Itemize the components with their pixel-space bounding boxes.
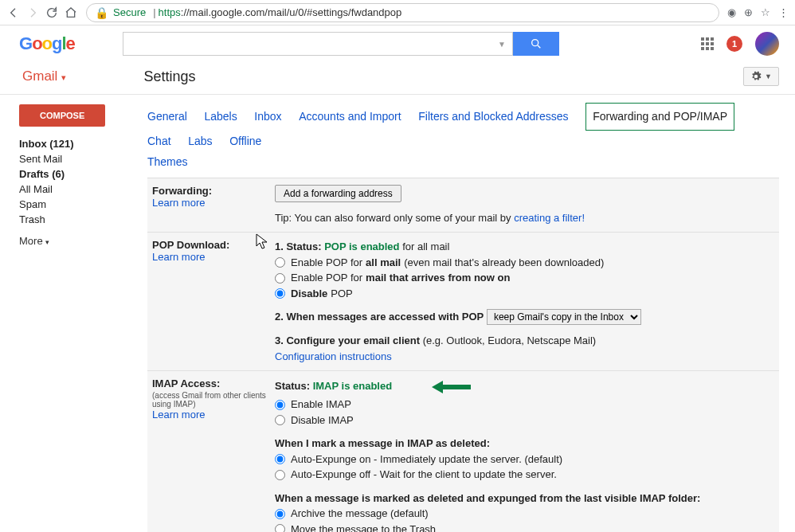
search-dropdown-icon[interactable]: ▼ <box>498 40 506 49</box>
home-icon[interactable] <box>64 6 78 20</box>
add-forwarding-button[interactable]: Add a forwarding address <box>275 185 401 202</box>
row-pop: POP Download: Learn more 1. Status: POP … <box>147 233 779 371</box>
pop-disable-radio[interactable] <box>275 288 285 299</box>
pop-learn-link[interactable]: Learn more <box>152 251 270 263</box>
svg-point-0 <box>532 40 538 46</box>
tab-chat[interactable]: Chat <box>147 131 171 152</box>
page-title: Settings <box>143 68 195 85</box>
sidebar-item-drafts[interactable]: Drafts (6) <box>19 166 131 182</box>
forwarding-label: Forwarding: <box>152 185 212 197</box>
url-scheme: https <box>159 6 181 18</box>
pop-config-link[interactable]: Configuration instructions <box>275 350 392 362</box>
forwarding-learn-link[interactable]: Learn more <box>152 197 270 209</box>
sidebar-item-inbox[interactable]: Inbox (121) <box>19 136 131 151</box>
notifications-badge[interactable]: 1 <box>726 36 742 52</box>
pop-label: POP Download: <box>152 239 229 251</box>
tab-inbox[interactable]: Inbox <box>254 106 281 127</box>
settings-tabs: General Labels Inbox Accounts and Import… <box>147 103 779 178</box>
imap-sublabel: (access Gmail from other clients using I… <box>152 391 270 409</box>
address-bar[interactable]: 🔒 Secure | https://mail.google.com/mail/… <box>86 3 719 22</box>
tab-offline[interactable]: Offline <box>229 131 261 152</box>
tab-general[interactable]: General <box>147 106 187 127</box>
lock-icon: 🔒 <box>95 6 108 19</box>
sidebar-item-allmail[interactable]: All Mail <box>19 182 131 197</box>
gear-button[interactable]: ▼ <box>743 67 779 86</box>
pop-access-select[interactable]: keep Gmail's copy in the Inbox <box>487 309 641 325</box>
star-icon[interactable]: ☆ <box>761 6 770 18</box>
tab-labels[interactable]: Labels <box>204 106 237 127</box>
zoom-icon[interactable]: ⊕ <box>744 6 753 18</box>
settings-content: General Labels Inbox Accounts and Import… <box>131 95 795 532</box>
sidebar-item-spam[interactable]: Spam <box>19 197 131 212</box>
sidebar-item-trash[interactable]: Trash <box>19 212 131 227</box>
highlight-arrow-icon <box>427 377 475 397</box>
app-header: Google ▼ 1 <box>0 25 795 62</box>
reload-icon[interactable] <box>45 6 59 20</box>
imap-label: IMAP Access: <box>152 377 220 389</box>
trash-radio[interactable] <box>275 524 285 532</box>
imap-status: IMAP is enabled <box>313 381 392 393</box>
browser-toolbar: 🔒 Secure | https://mail.google.com/mail/… <box>0 0 795 25</box>
row-forwarding: Forwarding: Learn more Add a forwarding … <box>147 178 779 233</box>
forwarding-tip: Tip: You can also forward only some of y… <box>275 212 514 224</box>
back-icon[interactable] <box>6 6 21 20</box>
pop-all-radio[interactable] <box>275 257 285 268</box>
imap-enable-radio[interactable] <box>275 400 285 410</box>
folder-list: Inbox (121) Sent Mail Drafts (6) All Mai… <box>19 136 131 227</box>
avatar[interactable] <box>755 32 779 56</box>
search-button[interactable] <box>513 32 559 56</box>
subheader: Gmail ▾ Settings ▼ <box>0 62 795 95</box>
expunge-on-radio[interactable] <box>275 454 285 464</box>
imap-learn-link[interactable]: Learn more <box>152 409 270 421</box>
sidebar: COMPOSE Inbox (121) Sent Mail Drafts (6)… <box>0 95 131 532</box>
eye-icon[interactable]: ◉ <box>727 6 736 18</box>
tab-themes[interactable]: Themes <box>147 151 188 173</box>
tab-forwarding[interactable]: Forwarding and POP/IMAP <box>585 103 734 131</box>
menu-dots-icon[interactable]: ⋮ <box>778 6 789 18</box>
google-logo[interactable]: Google <box>19 33 75 54</box>
gmail-dropdown[interactable]: Gmail ▾ <box>22 68 66 84</box>
row-imap: IMAP Access: (access Gmail from other cl… <box>147 371 779 532</box>
sidebar-more[interactable]: More ▾ <box>19 235 131 247</box>
url-path: ://mail.google.com/mail/u/0/#settings/fw… <box>181 6 402 18</box>
tab-filters[interactable]: Filters and Blocked Addresses <box>418 106 568 127</box>
forward-icon[interactable] <box>25 6 40 20</box>
imap-disable-radio[interactable] <box>275 415 285 425</box>
gear-icon <box>750 71 762 82</box>
sidebar-item-sent[interactable]: Sent Mail <box>19 151 131 166</box>
archive-radio[interactable] <box>275 509 285 519</box>
caret-down-icon: ▾ <box>45 238 49 246</box>
tab-accounts[interactable]: Accounts and Import <box>299 106 401 127</box>
apps-icon[interactable] <box>701 37 714 50</box>
expunge-off-radio[interactable] <box>275 470 285 480</box>
secure-label: Secure <box>113 6 146 18</box>
pop-new-radio[interactable] <box>275 273 285 284</box>
search-input[interactable]: ▼ <box>123 32 513 56</box>
pop-status: POP is enabled <box>324 241 399 252</box>
tab-labs[interactable]: Labs <box>188 131 212 152</box>
caret-down-icon: ▾ <box>59 72 66 82</box>
compose-button[interactable]: COMPOSE <box>19 104 105 127</box>
create-filter-link[interactable]: creating a filter! <box>514 212 585 224</box>
